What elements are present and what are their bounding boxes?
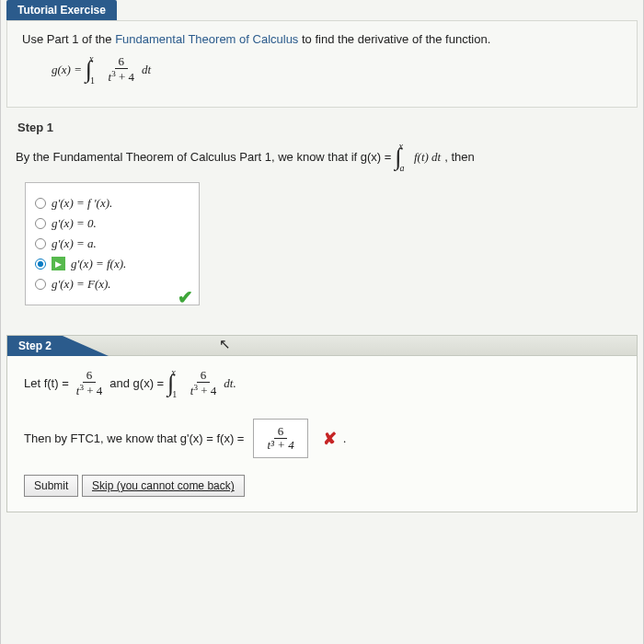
answer-numerator: 6 [274,425,288,439]
answer-input[interactable]: 6 t³ + 4 [253,419,307,459]
problem-text-post: to find the derivative of the function. [302,32,490,46]
step2-then-line: Then by FTC1, we know that g'(x) = f(x) … [24,419,620,459]
step2-section: Step 2 ↖ Let f(t) = 6 t3 + 4 and g(x) = … [6,335,638,513]
problem-formula: g(x) = ∫ 1 x 6 t3 + 4 dt [52,55,622,85]
g-of-x-label: g(x) = [52,63,82,77]
answer-denominator: t³ + 4 [263,439,297,452]
play-icon[interactable]: ▶ [52,257,65,270]
step1-text: By the Fundamental Theorem of Calculus P… [16,144,628,171]
radio-icon [35,218,46,229]
option-label: g'(x) = a. [52,236,97,251]
radio-icon [35,198,46,209]
submit-button[interactable]: Submit [24,475,78,497]
tutorial-tab: Tutorial Exercise [6,0,117,20]
ftc-link[interactable]: Fundamental Theorem of Calculus [115,32,298,46]
radio-icon [35,259,46,270]
radio-option[interactable]: g'(x) = F(x). [35,277,190,292]
cursor-icon: ↖ [219,336,231,352]
problem-text-pre: Use Part 1 of the [22,32,115,46]
numerator: 6 [115,55,129,69]
skip-button[interactable]: Skip (you cannot come back) [82,475,245,497]
radio-icon [35,279,46,290]
radio-icon [35,238,46,249]
step2-let-line: Let f(t) = 6 t3 + 4 and g(x) = ∫ 1 x 6 [24,369,620,398]
problem-statement: Use Part 1 of the Fundamental Theorem of… [6,20,638,108]
step2-label: Step 2 [7,336,63,356]
integral-upper-limit: x [89,53,93,63]
integral-lower-limit: 1 [90,75,95,86]
step1-label: Step 1 [17,121,628,134]
step1-answer-box: g'(x) = f '(x). g'(x) = 0. g'(x) = a. ▶ … [25,182,200,305]
option-label: g'(x) = F(x). [52,277,111,292]
option-label: g'(x) = f(x). [71,257,126,271]
radio-option[interactable]: g'(x) = f '(x). [35,196,190,211]
integral-lower-limit-a: a [400,163,405,173]
option-label: g'(x) = 0. [52,216,97,231]
radio-option[interactable]: g'(x) = a. [35,236,190,251]
radio-option[interactable]: ▶ g'(x) = f(x). [35,257,190,271]
radio-option[interactable]: g'(x) = 0. [35,216,190,231]
checkmark-icon: ✔ [178,286,193,308]
button-row: Submit Skip (you cannot come back) [24,475,620,497]
dt-label: dt [142,63,151,77]
incorrect-icon: ✘ [323,429,337,449]
step1-section: Step 1 By the Fundamental Theorem of Cal… [6,121,638,324]
option-label: g'(x) = f '(x). [52,196,112,211]
integral-upper-limit-x: x [399,141,403,151]
